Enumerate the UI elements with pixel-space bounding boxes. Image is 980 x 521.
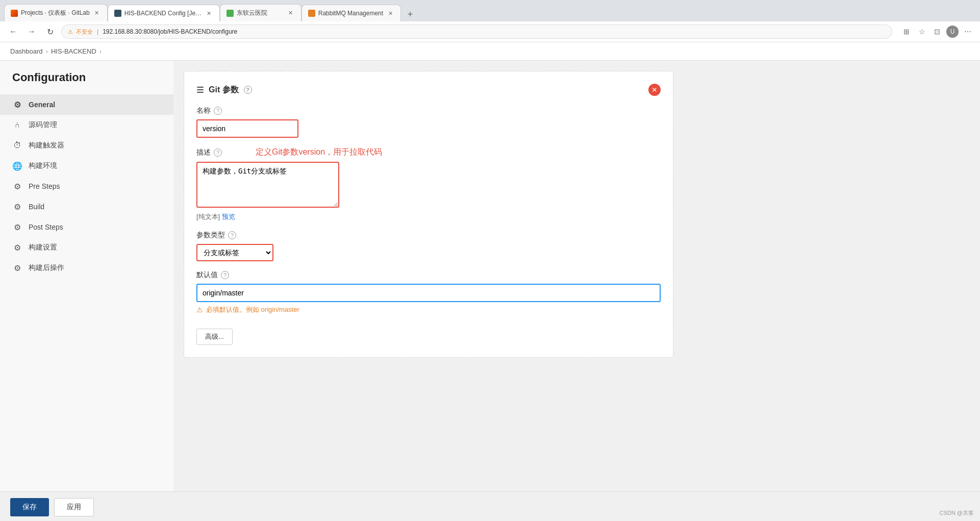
annotation-text: 定义Git参数version，用于拉取代码: [256, 147, 382, 158]
tab-title-jenkins: HIS-BACKEND Config [Jenkins]: [124, 10, 202, 17]
sidebar-label-general: General: [29, 101, 55, 109]
default-value-help-icon[interactable]: ?: [221, 271, 229, 279]
sidebar-item-build[interactable]: ⚙ Build: [0, 196, 173, 217]
name-label-text: 名称: [196, 106, 211, 115]
tab-bar: Projects · 仪表板 · GitLab ✕ HIS-BACKEND Co…: [0, 0, 980, 21]
menu-button[interactable]: ⋯: [962, 26, 974, 38]
main-content: ☰ Git 参数 ? ✕ 名称 ? 描: [173, 61, 980, 491]
sidebar-item-presteps[interactable]: ⚙ Pre Steps: [0, 176, 173, 196]
branch-icon: ⑃: [12, 120, 22, 130]
back-button[interactable]: ←: [6, 24, 20, 39]
card-title: Git 参数: [209, 85, 239, 95]
sidebar-item-postbuild[interactable]: ⚙ 构建后操作: [0, 258, 173, 278]
breadcrumb-sep1: ›: [46, 47, 48, 55]
breadcrumb: Dashboard › HIS-BACKEND ›: [0, 42, 980, 61]
desc-left: 构建参数，Git分支或标签: [196, 162, 339, 209]
sidebar-label-env: 构建环境: [29, 161, 57, 170]
tab-close-hospital[interactable]: ✕: [287, 9, 295, 17]
sidebar-item-poststeps[interactable]: ⚙ Post Steps: [0, 217, 173, 237]
tab-rabbitmq[interactable]: RabbitMQ Management ✕: [301, 5, 401, 21]
breadcrumb-his-backend[interactable]: HIS-BACKEND: [51, 47, 96, 55]
name-input[interactable]: [196, 119, 298, 138]
sidebar-label-poststeps: Post Steps: [29, 223, 63, 231]
sidebar-label-presteps: Pre Steps: [29, 182, 60, 190]
gear-icon-presteps: ⚙: [12, 181, 22, 191]
insecure-label: 不安全: [76, 28, 93, 36]
sidebar-title: Configuration: [0, 71, 173, 94]
tab-close-jenkins[interactable]: ✕: [205, 9, 213, 17]
address-bar: ← → ↻ ⚠ 不安全 | 192.168.88.30:8080/job/HIS…: [0, 21, 980, 42]
sidebar-label-postbuild: 构建后操作: [29, 263, 64, 272]
tab-gitlab[interactable]: Projects · 仪表板 · GitLab ✕: [4, 4, 108, 21]
preview-row: [纯文本] 预览: [196, 212, 661, 221]
card-help-icon[interactable]: ?: [244, 86, 252, 94]
sidebar-label-trigger: 构建触发器: [29, 141, 64, 150]
gear-icon-build: ⚙: [12, 202, 22, 212]
desc-help-icon[interactable]: ?: [214, 148, 222, 157]
advanced-button[interactable]: 高级...: [196, 329, 233, 345]
tab-favicon-rabbitmq: [308, 10, 315, 17]
translate-button[interactable]: ⊞: [900, 26, 913, 38]
param-type-form-group: 参数类型 ? 分支或标签 分支 标签 修订版本 PULL_REQUEST: [196, 231, 661, 261]
git-params-card: ☰ Git 参数 ? ✕ 名称 ? 描: [184, 71, 673, 358]
footer: 保存 应用: [0, 491, 980, 521]
address-text: 192.168.88.30:8080/job/HIS-BACKEND/confi…: [103, 28, 237, 35]
clock-icon: ⏱: [12, 140, 22, 151]
apply-button[interactable]: 应用: [54, 498, 94, 516]
sidebar: Configuration ⚙ General ⑃ 源码管理 ⏱ 构建触发器 🌐…: [0, 61, 173, 491]
browser-chrome: Projects · 仪表板 · GitLab ✕ HIS-BACKEND Co…: [0, 0, 980, 42]
sidebar-item-env[interactable]: 🌐 构建环境: [0, 156, 173, 176]
card-header: ☰ Git 参数 ? ✕: [196, 84, 661, 96]
tab-title-rabbitmq: RabbitMQ Management: [318, 10, 383, 17]
tab-favicon-jenkins: [114, 10, 121, 17]
default-value-label-text: 默认值: [196, 270, 218, 280]
param-type-label: 参数类型 ?: [196, 231, 661, 240]
preview-link[interactable]: 预览: [222, 212, 235, 221]
security-icon: ⚠: [68, 29, 73, 35]
sidebar-label-buildsettings: 构建设置: [29, 243, 57, 252]
address-input[interactable]: ⚠ 不安全 | 192.168.88.30:8080/job/HIS-BACKE…: [61, 24, 892, 39]
tab-title-hospital: 东软云医院: [237, 9, 284, 17]
default-value-form-group: 默认值 ? ⚠ 必填默认值。例如 origin/master: [196, 270, 661, 314]
plain-text-label: [纯文本]: [196, 212, 220, 221]
hamburger-icon: ☰: [196, 85, 204, 95]
new-tab-button[interactable]: +: [403, 7, 417, 21]
desc-row: 构建参数，Git分支或标签: [196, 162, 661, 209]
sidebar-item-source[interactable]: ⑃ 源码管理: [0, 115, 173, 135]
forward-button[interactable]: →: [24, 24, 39, 39]
sidebar-label-source: 源码管理: [29, 120, 57, 130]
profile-button[interactable]: U: [946, 26, 959, 38]
tab-close-gitlab[interactable]: ✕: [93, 9, 101, 17]
sidebar-item-buildsettings[interactable]: ⚙ 构建设置: [0, 237, 173, 258]
desc-label: 描述 ? 定义Git参数version，用于拉取代码: [196, 147, 661, 158]
default-value-label: 默认值 ?: [196, 270, 661, 280]
param-type-help-icon[interactable]: ?: [228, 231, 236, 239]
tab-title-gitlab: Projects · 仪表板 · GitLab: [21, 9, 90, 17]
tab-jenkins[interactable]: HIS-BACKEND Config [Jenkins] ✕: [108, 5, 220, 21]
star-button[interactable]: ☆: [916, 26, 928, 38]
card-close-button[interactable]: ✕: [648, 84, 661, 96]
warning-message: 必填默认值。例如 origin/master: [206, 305, 299, 314]
globe-icon: 🌐: [12, 161, 22, 171]
gear-icon-poststeps: ⚙: [12, 222, 22, 232]
gear-icon-general: ⚙: [12, 100, 22, 110]
warning-text: ⚠ 必填默认值。例如 origin/master: [196, 305, 661, 314]
breadcrumb-dashboard[interactable]: Dashboard: [10, 47, 43, 55]
watermark: CSDN @关客: [940, 509, 974, 517]
desc-form-group: 描述 ? 定义Git参数version，用于拉取代码 构建参数，Git分支或标签…: [196, 147, 661, 221]
bookmark-button[interactable]: ⊡: [931, 26, 943, 38]
tab-hospital[interactable]: 东软云医院 ✕: [220, 4, 301, 21]
name-form-group: 名称 ?: [196, 106, 661, 138]
default-value-input[interactable]: [196, 284, 661, 302]
gear-icon-postbuild: ⚙: [12, 263, 22, 273]
save-button[interactable]: 保存: [10, 498, 49, 516]
tab-close-rabbitmq[interactable]: ✕: [386, 9, 394, 17]
sidebar-item-trigger[interactable]: ⏱ 构建触发器: [0, 135, 173, 156]
desc-textarea[interactable]: 构建参数，Git分支或标签: [196, 162, 339, 208]
name-help-icon[interactable]: ?: [214, 107, 222, 115]
refresh-button[interactable]: ↻: [43, 24, 57, 39]
sidebar-item-general[interactable]: ⚙ General: [0, 94, 173, 115]
card-header-left: ☰ Git 参数 ?: [196, 85, 252, 95]
param-type-select[interactable]: 分支或标签 分支 标签 修订版本 PULL_REQUEST: [196, 244, 273, 261]
browser-actions: ⊞ ☆ ⊡ U ⋯: [900, 26, 974, 38]
